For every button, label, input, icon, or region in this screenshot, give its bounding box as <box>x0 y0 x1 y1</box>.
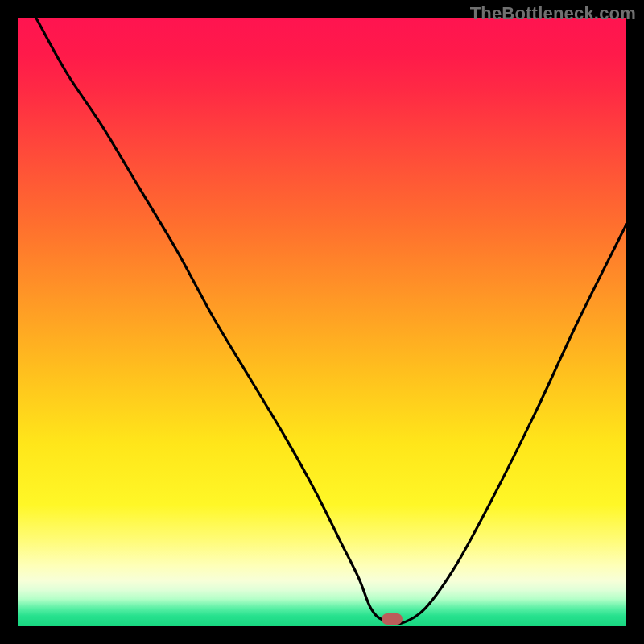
watermark-text: TheBottleneck.com <box>470 3 636 24</box>
plot-area <box>18 18 626 626</box>
optimum-marker <box>382 613 402 625</box>
chart-frame: TheBottleneck.com <box>0 0 644 644</box>
bottleneck-curve <box>18 18 626 626</box>
